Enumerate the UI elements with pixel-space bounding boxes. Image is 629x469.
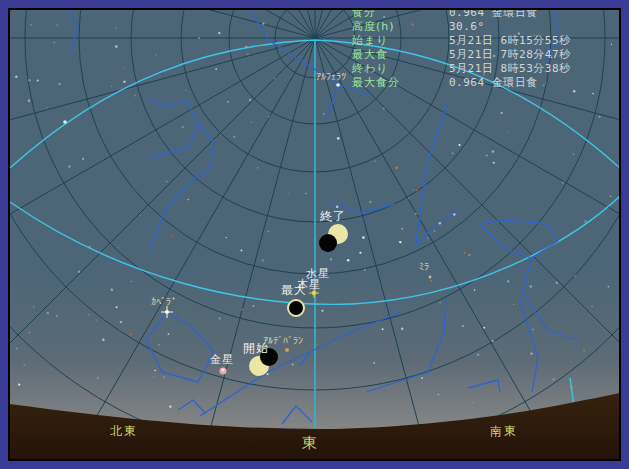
start-moon-disk: [260, 348, 278, 366]
planetarium-window: 食分 0.964 金環日食 高度(h) 30.6° 始まり 5月21日 6時15…: [0, 0, 629, 469]
eclipse-maximum-marker[interactable]: [288, 300, 304, 316]
top-left-bright-star: [63, 120, 67, 124]
annular-ring: [288, 300, 304, 316]
alpheratz-star: [336, 83, 340, 87]
aldebaran-star: [285, 348, 289, 352]
venus-planet-dot: [219, 367, 226, 374]
mira-star: [429, 276, 432, 279]
sky-chart-canvas[interactable]: [0, 0, 629, 469]
end-moon-disk: [319, 234, 337, 252]
